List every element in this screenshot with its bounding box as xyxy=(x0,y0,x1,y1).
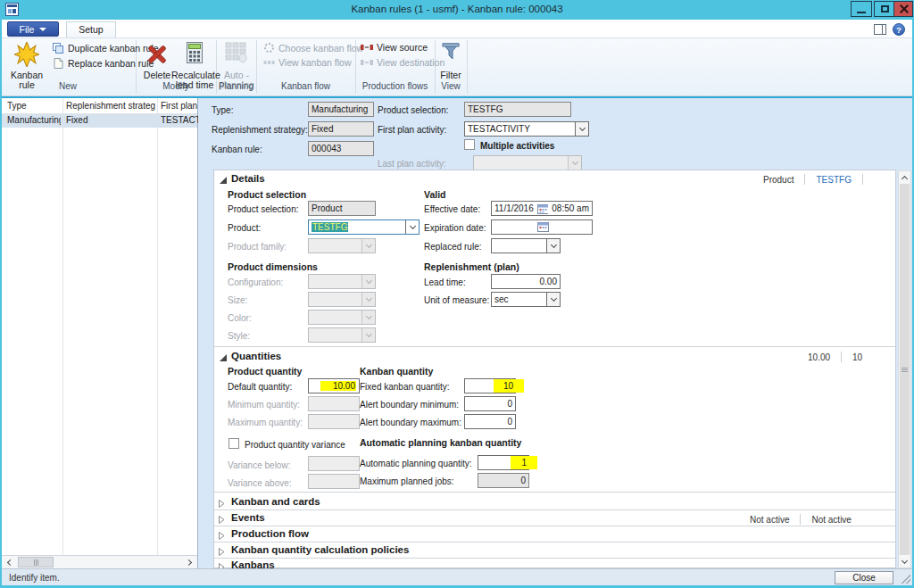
duplicate-kanban-rule-button[interactable]: Duplicate kanban rule xyxy=(52,42,159,54)
grid-column-strategy[interactable]: Replenishment strategy xyxy=(66,101,155,111)
view-source-label: View source xyxy=(377,42,428,53)
events-collapsed-icon xyxy=(218,515,226,525)
details-product-selection-label: Product selection: xyxy=(228,204,299,214)
file-menu-button[interactable]: File xyxy=(7,21,59,37)
alert-boundary-maximum-field[interactable]: 0 xyxy=(464,414,516,429)
maximum-planned-jobs-label: Maximum planned jobs: xyxy=(360,476,454,486)
calendar-icon[interactable] xyxy=(537,221,549,232)
chevron-down-icon xyxy=(902,557,908,563)
default-quantity-field[interactable]: 10.00 xyxy=(308,378,360,393)
vertical-scrollbar[interactable] xyxy=(898,170,911,568)
size-combo xyxy=(308,292,376,307)
lead-time-field[interactable]: 0.00 xyxy=(491,274,561,289)
minimize-button[interactable] xyxy=(851,1,872,17)
group-label-new: New xyxy=(0,81,136,94)
replace-kanban-rule-button[interactable]: Replace kanban rule xyxy=(52,57,154,70)
layout-pane-icon[interactable] xyxy=(874,24,886,35)
details-summary-product: Product xyxy=(763,175,794,185)
minimize-icon xyxy=(857,12,866,13)
product-quantity-variance-checkbox[interactable] xyxy=(228,438,239,449)
quantities-expanded-icon xyxy=(219,353,228,362)
dropdown-arrow-icon[interactable] xyxy=(575,122,588,136)
section-quantities[interactable]: Quantities xyxy=(231,351,281,361)
maximize-button[interactable] xyxy=(874,1,895,17)
dropdown-arrow-icon[interactable] xyxy=(546,239,560,253)
fixed-kanban-quantity-field[interactable]: 10 xyxy=(464,378,516,393)
calc-policies-collapsed-icon xyxy=(218,547,226,557)
help-icon[interactable]: ? xyxy=(893,23,905,36)
group-valid: Valid xyxy=(424,189,446,200)
scroll-down-button[interactable] xyxy=(899,555,910,567)
replaced-rule-combo[interactable] xyxy=(491,238,561,253)
expiration-date-field[interactable] xyxy=(491,219,593,235)
section-kanban-and-cards[interactable]: Kanban and cards xyxy=(231,496,320,507)
section-kanban-quantity-calculation-policies[interactable]: Kanban quantity calculation policies xyxy=(231,544,409,555)
production-flow-collapsed-icon xyxy=(218,531,226,541)
group-label-production-flows: Production flows xyxy=(355,81,435,94)
window-border-left xyxy=(0,20,2,588)
dropdown-arrow-icon[interactable] xyxy=(546,293,560,306)
group-label-planning: Planning xyxy=(216,81,256,94)
product-combo[interactable]: TESTFG xyxy=(308,219,420,235)
details-expanded-icon xyxy=(219,176,228,185)
details-product-selection-field: Product xyxy=(308,201,376,216)
variance-below-label: Variance below: xyxy=(228,460,290,470)
chevron-down-icon xyxy=(39,28,46,31)
strategy-label: Replenishment strategy: xyxy=(212,125,308,135)
grid-column-separator xyxy=(62,98,63,555)
tab-setup[interactable]: Setup xyxy=(66,21,116,37)
quantities-summary-default: 10.00 xyxy=(808,352,830,362)
duplicate-icon xyxy=(52,42,64,54)
first-plan-activity-combo[interactable]: TESTACTIVITY xyxy=(464,121,589,137)
close-window-button[interactable] xyxy=(893,1,913,17)
scroll-up-button[interactable] xyxy=(899,171,910,184)
close-button[interactable]: Close xyxy=(835,571,893,584)
file-menu-label: File xyxy=(20,24,35,35)
grid-cell-strategy: Fixed xyxy=(66,115,155,125)
scroll-right-button[interactable] xyxy=(183,556,196,568)
section-production-flow[interactable]: Production flow xyxy=(231,528,309,539)
ribbon-separator xyxy=(467,40,468,94)
alert-boundary-maximum-label: Alert boundary maximum: xyxy=(360,418,461,427)
group-automatic-planning: Automatic planning kanban quantity xyxy=(360,437,521,448)
calendar-icon[interactable] xyxy=(537,203,549,214)
effective-date-field[interactable]: 11/1/2016 08:50 am xyxy=(491,201,593,216)
quantities-summary: 10.00 10 xyxy=(808,352,862,362)
chevron-up-icon xyxy=(902,175,908,181)
table-row[interactable]: Manufacturing Fixed TESTACTIVIT xyxy=(2,114,197,128)
grid-column-type[interactable]: Type xyxy=(7,101,59,111)
scrollbar-thumb[interactable] xyxy=(18,557,54,567)
dropdown-arrow-icon[interactable] xyxy=(405,220,419,234)
view-destination-label: View destination xyxy=(377,57,445,68)
color-combo xyxy=(308,310,376,325)
color-label: Color: xyxy=(228,313,252,323)
filter-icon xyxy=(441,42,461,63)
scrollbar-thumb[interactable] xyxy=(900,184,910,555)
scroll-left-button[interactable] xyxy=(3,556,16,568)
grid-horizontal-scrollbar[interactable] xyxy=(2,555,197,568)
grid-column-separator xyxy=(157,98,158,555)
first-plan-activity-value: TESTACTIVITY xyxy=(468,124,530,134)
section-events[interactable]: Events xyxy=(231,512,265,523)
grid-column-first-plan-activity[interactable]: First plan ac xyxy=(161,101,198,111)
variance-below-field xyxy=(308,456,360,471)
view-source-button[interactable]: View source xyxy=(361,42,428,53)
multiple-activities-checkbox[interactable] xyxy=(464,139,475,150)
chevron-right-icon xyxy=(186,559,192,565)
maximum-quantity-field xyxy=(308,414,360,429)
section-separator xyxy=(214,542,895,542)
section-details[interactable]: Details xyxy=(231,173,265,184)
unit-of-measure-combo[interactable]: sec xyxy=(491,292,561,307)
filter-button[interactable]: Filter xyxy=(435,70,467,80)
alert-boundary-minimum-field[interactable]: 0 xyxy=(464,396,516,411)
status-message: Identify item. xyxy=(9,573,60,583)
auto-planning-icon xyxy=(225,42,248,63)
maximum-planned-jobs-field: 0 xyxy=(478,473,529,488)
automatic-planning-quantity-field[interactable]: 1 xyxy=(478,455,529,470)
details-summary-product-link[interactable]: TESTFG xyxy=(816,175,851,185)
view-kanban-flow-icon xyxy=(263,58,275,67)
resize-grip[interactable] xyxy=(902,575,910,584)
type-field: Manufacturing xyxy=(308,102,374,117)
section-separator xyxy=(214,558,895,559)
delete-button[interactable]: Delete xyxy=(139,70,175,80)
